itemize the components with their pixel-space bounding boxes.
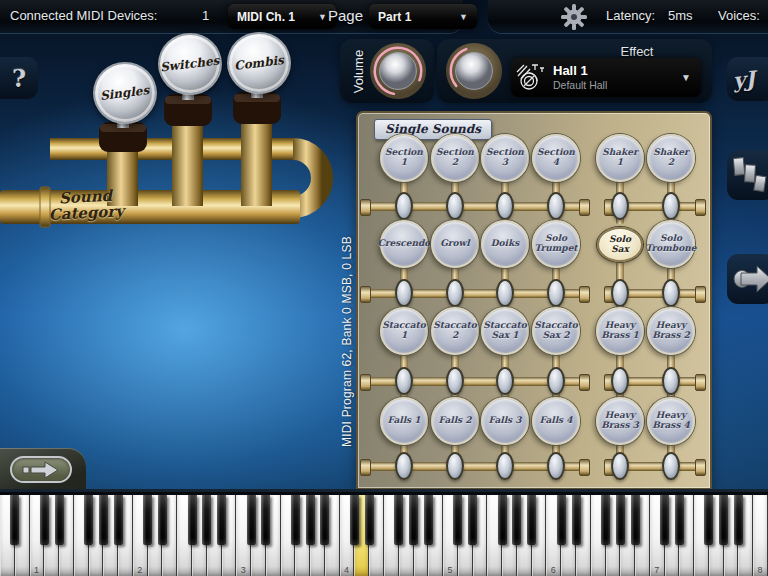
page-dropdown[interactable]: Part 1 ▼ — [369, 4, 477, 29]
sound-button-section-1[interactable]: Section 1 — [380, 134, 428, 182]
next-page-button[interactable] — [727, 254, 768, 304]
black-key[interactable] — [247, 495, 256, 545]
octave-label: 3 — [236, 565, 250, 575]
piano-keyboard[interactable]: 12345678 — [0, 489, 768, 576]
valve-button-singles-label: Singles — [100, 83, 151, 103]
sound-button-falls-4[interactable]: Falls 4 — [532, 397, 580, 445]
midi-channel-value: MIDI Ch. 1 — [237, 10, 295, 24]
sound-button-heavy-brass-2[interactable]: Heavy Brass 2 — [647, 307, 695, 355]
pipe-valve — [496, 192, 514, 220]
sound-button-staccato-sax-2[interactable]: Staccato Sax 2 — [532, 307, 580, 355]
sound-button-doiks[interactable]: Doiks — [481, 220, 529, 268]
black-key[interactable] — [719, 495, 728, 545]
black-key[interactable] — [291, 495, 300, 545]
sound-button-label: Staccato Sax 2 — [532, 321, 579, 341]
page-value: Part 1 — [378, 10, 411, 24]
top-bar-left: Connected MIDI Devices: 1 MIDI Ch. 1 ▼ P… — [0, 0, 463, 33]
forward-arrow-icon — [733, 264, 768, 294]
black-key[interactable] — [40, 495, 49, 545]
black-key[interactable] — [616, 495, 625, 545]
sound-button-crescendo[interactable]: Crescendo — [380, 220, 428, 268]
sound-button-section-4[interactable]: Section 4 — [532, 134, 580, 182]
black-key[interactable] — [409, 495, 418, 545]
black-key[interactable] — [365, 495, 374, 545]
black-key[interactable] — [202, 495, 211, 545]
octave-label: 7 — [650, 565, 664, 575]
sound-button-solo-trumpet[interactable]: Solo Trumpet — [532, 220, 580, 268]
black-key[interactable] — [306, 495, 315, 545]
valve-button-combis[interactable]: Combis — [227, 32, 291, 94]
sound-button-falls-1[interactable]: Falls 1 — [380, 397, 428, 445]
sound-button-heavy-brass-3[interactable]: Heavy Brass 3 — [596, 397, 644, 445]
valve-button-singles[interactable]: Singles — [93, 62, 157, 124]
black-key[interactable] — [84, 495, 93, 545]
black-key[interactable] — [261, 495, 270, 545]
logo-button[interactable]: yJ — [727, 57, 768, 101]
black-key[interactable] — [660, 495, 669, 545]
black-key[interactable] — [394, 495, 403, 545]
sound-button-solo-sax[interactable]: Solo Sax — [597, 227, 643, 262]
sound-button-solo-trombone[interactable]: Solo Trombone — [647, 220, 695, 268]
octave-label: 2 — [133, 565, 147, 575]
sound-button-section-2[interactable]: Section 2 — [431, 134, 479, 182]
black-key[interactable] — [557, 495, 566, 545]
sound-button-falls-3[interactable]: Falls 3 — [481, 397, 529, 445]
black-key[interactable] — [572, 495, 581, 545]
pipe-valve — [496, 367, 514, 395]
black-key[interactable] — [143, 495, 152, 545]
volume-label: Volume — [351, 42, 366, 102]
black-key[interactable] — [734, 495, 743, 545]
black-key[interactable] — [55, 495, 64, 545]
black-key[interactable] — [675, 495, 684, 545]
sound-button-label: Heavy Brass 2 — [649, 321, 693, 341]
black-key[interactable] — [601, 495, 610, 545]
black-key[interactable] — [99, 495, 108, 545]
sound-button-label: Growl — [438, 239, 472, 249]
sound-button-shaker-1[interactable]: Shaker 1 — [596, 134, 644, 182]
effect-dropdown[interactable]: Hall 1 Default Hall ▼ — [511, 58, 701, 97]
sound-button-growl[interactable]: Growl — [431, 220, 479, 268]
white-key[interactable]: 8 — [753, 495, 768, 576]
sound-button-heavy-brass-1[interactable]: Heavy Brass 1 — [596, 307, 644, 355]
midi-channel-dropdown[interactable]: MIDI Ch. 1 ▼ — [228, 4, 336, 29]
effect-level-knob[interactable] — [443, 41, 505, 101]
black-key[interactable] — [498, 495, 507, 545]
black-key[interactable] — [188, 495, 197, 545]
pipe-coupling — [360, 374, 371, 391]
sound-button-shaker-2[interactable]: Shaker 2 — [647, 134, 695, 182]
yj-logo-icon: yJ — [732, 65, 757, 92]
sound-button-staccato-sax-1[interactable]: Staccato Sax 1 — [481, 307, 529, 355]
black-key[interactable] — [512, 495, 521, 545]
volume-knob[interactable] — [367, 41, 429, 101]
settings-gear-icon[interactable] — [561, 4, 587, 30]
black-key[interactable] — [10, 495, 19, 545]
black-key[interactable] — [350, 495, 359, 545]
keyboard-scroll-button[interactable] — [10, 456, 72, 483]
pipe-valve — [662, 192, 680, 220]
parts-view-button[interactable] — [727, 150, 768, 200]
black-key[interactable] — [704, 495, 713, 545]
black-key[interactable] — [631, 495, 640, 545]
effect-group: Effect Hall 1 Default Hall ▼ — [437, 39, 712, 103]
octave-label: 4 — [340, 565, 354, 575]
effect-name: Hall 1 — [553, 64, 607, 79]
sound-button-heavy-brass-4[interactable]: Heavy Brass 4 — [647, 397, 695, 445]
sound-button-label: Shaker 1 — [598, 148, 642, 168]
sound-button-label: Solo Sax — [599, 235, 641, 255]
pipe-coupling — [695, 286, 706, 303]
sound-button-staccato-1[interactable]: Staccato 1 — [380, 307, 428, 355]
black-key[interactable] — [217, 495, 226, 545]
black-key[interactable] — [527, 495, 536, 545]
sound-button-falls-2[interactable]: Falls 2 — [431, 397, 479, 445]
black-key[interactable] — [468, 495, 477, 545]
sound-button-staccato-2[interactable]: Staccato 2 — [431, 307, 479, 355]
sound-button-label: Heavy Brass 4 — [649, 411, 693, 431]
latency-label: Latency: — [606, 8, 655, 23]
valve-button-switches[interactable]: Switches — [158, 33, 222, 95]
black-key[interactable] — [158, 495, 167, 545]
black-key[interactable] — [114, 495, 123, 545]
black-key[interactable] — [453, 495, 462, 545]
sound-button-section-3[interactable]: Section 3 — [481, 134, 529, 182]
black-key[interactable] — [320, 495, 329, 545]
black-key[interactable] — [424, 495, 433, 545]
